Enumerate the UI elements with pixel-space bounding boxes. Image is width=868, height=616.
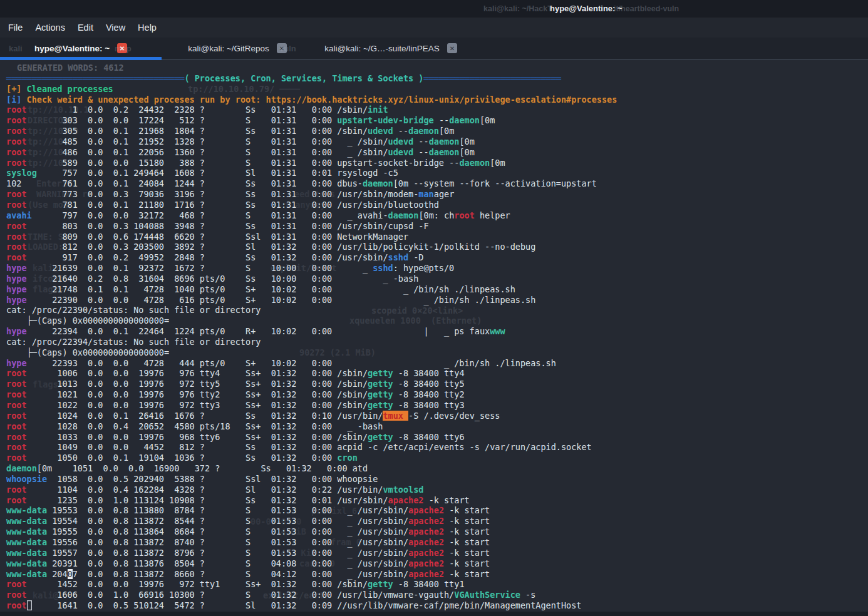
terminal-line: daemon[0m 1051 0.0 0.0 16900 372 ? Ss 01… <box>6 463 617 474</box>
bottom-strip <box>0 612 868 616</box>
terminal-line: syslog 757 0.0 0.1 249464 1608 ? Sl 01:3… <box>6 168 617 178</box>
ghost-text: tp://10. <box>28 147 68 157</box>
ghost-text: xqueuelen 1000 (Ethernet) <box>349 316 482 326</box>
terminal-line: cat: /proc/22390/status: No such file or… <box>6 305 617 316</box>
ghost-text: exploit/heart <box>271 263 337 273</box>
terminal-line: root 485 0.0 0.1 21952 1328 ? S 01:31 0:… <box>6 136 617 147</box>
terminal-line: root 1013 0.0 0.0 19976 972 tty5 Ss+ 01:… <box>6 379 617 389</box>
terminal-line: root 1 0.0 0.2 24432 2328 ? Ss 01:31 0:0… <box>6 105 617 115</box>
terminal-line: root 1033 0.0 0.0 19976 968 tty6 Ss+ 01:… <box>6 432 617 443</box>
terminal-line: root 303 0.0 0.0 17224 512 ? S 01:31 0:0… <box>6 115 617 126</box>
ghost-text: kali <box>9 44 23 53</box>
tab-label: hype@Valentine: ~ <box>34 44 110 53</box>
menu-bar: FileActionsEditViewHelp <box>0 18 868 38</box>
menu-item-view[interactable]: View <box>106 23 125 33</box>
terminal-line: root 1028 0.0 0.4 20652 4580 pts/18 Ss+ … <box>6 421 617 432</box>
ghost-text: tp://10.10.1 <box>28 105 89 115</box>
ghost-text: 2.4 MiB <box>271 526 306 536</box>
ghost-text: fram 0 <box>331 537 361 547</box>
terminal-line: root 1049 0.0 0.0 4452 812 ? Ss 01:32 0:… <box>6 442 617 453</box>
ghost-text: (Use mod <box>28 200 68 210</box>
ghost-text: tp://10. <box>28 136 68 146</box>
ghost-text: 00-00-00-0 <box>251 516 301 526</box>
ghost-text: tp://10.10.10.79/ ──── <box>188 84 300 94</box>
terminal-line: root 812 0.0 0.3 203500 3892 ? Sl 01:32 … <box>6 242 617 252</box>
ghost-text: DIRECTORY: <box>28 115 78 125</box>
ghost-text: flags= <box>33 284 63 294</box>
ghost-text: map <box>115 44 132 53</box>
menu-item-file[interactable]: File <box>8 23 23 33</box>
ghost-text: scopeid 0×20<link> <box>371 305 463 316</box>
tab-label: kali@kali: ~/G…-suite/linPEAS <box>324 44 440 53</box>
terminal-line: ═══════════════════════════════════( Pro… <box>6 73 617 84</box>
ghost-text: kali@ <box>33 263 58 273</box>
menu-item-help[interactable]: Help <box>138 23 157 33</box>
terminal-line: whoopsie 1058 0.0 0.5 202940 5388 ? Ssl … <box>6 474 617 485</box>
terminal-line: avahi 797 0.0 0.0 32172 468 ? S 01:31 0:… <box>6 210 617 221</box>
window-title: hype@Valentine: ~ <box>550 4 623 13</box>
terminal-line: www-data 19556 0.0 0.8 113872 8740 ? S 0… <box>6 537 617 548</box>
terminal-line: root 1021 0.0 0.0 19976 976 tty2 Ss+ 01:… <box>6 389 617 400</box>
tab-1[interactable]: hype@Valentine: ~✕ <box>0 38 162 59</box>
menu-item-actions[interactable]: Actions <box>35 23 65 33</box>
terminal-line: root 1235 0.0 1.0 113124 10908 ? Ss 01:3… <box>6 495 617 506</box>
terminal-line: root 486 0.0 0.1 22056 1360 ? S 01:31 0:… <box>6 147 617 158</box>
terminal-window: hype@Valentine: ~ kali@kali: ~/HackTit/h… <box>0 0 868 616</box>
terminal-line: hype 21640 0.2 0.8 31604 8696 pts/0 Ss 1… <box>6 274 617 284</box>
terminal-lines: ═══════════════════════════════════( Pro… <box>6 63 617 611</box>
ghost-text: GENERATED WORDS: 4612 <box>17 63 124 73</box>
ghost-text: it/heartbleed-vuln <box>614 4 679 13</box>
terminal-line: root 305 0.0 0.1 21968 1804 ? Ss 01:31 0… <box>6 126 617 136</box>
title-bar[interactable]: hype@Valentine: ~ kali@kali: ~/HackTit/h… <box>0 0 868 18</box>
terminal-line: www-data 19554 0.0 0.8 113872 8544 ? S 0… <box>6 516 617 526</box>
terminal-line: root 589 0.0 0.0 15180 388 ? S 01:31 0:0… <box>6 158 617 168</box>
ghost-text: carri 0 <box>299 558 335 568</box>
terminal-line: 102 761 0.0 0.1 24084 1244 ? Ss 01:31 0:… <box>6 178 617 189</box>
tab-label: kali@kali: ~/GitRepos <box>188 44 269 53</box>
terminal-line: hype 22390 0.0 0.0 4728 616 pts/0 S+ 10:… <box>6 295 617 305</box>
menu-item-edit[interactable]: Edit <box>78 23 93 33</box>
ghost-text: eed to s <box>294 189 335 199</box>
terminal-line: hype 22393 0.0 0.0 4728 444 pts/0 S+ 10:… <box>6 358 617 369</box>
terminal-line: [+] Cleaned processes <box>6 84 617 95</box>
ghost-text: exploit/eart <box>263 590 324 600</box>
terminal-line: ├─(Caps) 0x0000000000000000= <box>6 316 617 326</box>
terminal-line: root 917 0.0 0.2 49952 2848 ? Ss 01:32 0… <box>6 252 617 263</box>
ghost-text: 4.2 KiB <box>281 548 316 558</box>
terminal-line: hype 21748 0.1 0.1 4728 1040 pts/0 S+ 10… <box>6 284 617 295</box>
terminal-line: root 803 0.0 0.3 104088 3948 ? Ss 01:31 … <box>6 221 617 232</box>
ghost-text: flags= <box>33 379 63 389</box>
terminal-output[interactable]: ═══════════════════════════════════( Pro… <box>0 60 868 612</box>
ghost-text: LOADED: <box>28 242 63 252</box>
ghost-text: TIME: Sa <box>28 232 68 242</box>
ghost-text: kali@ <box>33 590 58 600</box>
terminal-line: root 1104 0.0 0.4 162284 4328 ? Sl 01:32… <box>6 485 617 495</box>
terminal-line: www-data 19555 0.0 0.8 113864 8684 ? S 0… <box>6 526 617 537</box>
ghost-text: prefixl 6 <box>311 506 357 516</box>
terminal-line: root 809 0.0 0.6 174448 6620 ? Ssl 01:31… <box>6 232 617 242</box>
ghost-text: tp://10.10 <box>28 126 78 136</box>
terminal-line: cat: /proc/22394/status: No such file or… <box>6 337 617 347</box>
terminal-line: root 1050 0.0 0.1 19104 1036 ? Ss 01:32 … <box>6 453 617 463</box>
ghost-text: WARNING: re <box>36 189 92 199</box>
terminal-line: root 1452 0.0 0.0 19976 972 tty1 Ss+ 01:… <box>6 579 617 590</box>
terminal-line: root 1641 0.0 0.5 510124 5472 ? Sl 01:32… <box>6 600 617 611</box>
ghost-text: tp://10. <box>28 158 68 168</box>
terminal-line: hype 22394 0.0 0.1 22464 1224 pts/0 R+ 1… <box>6 326 617 337</box>
terminal-line: root 1024 0.0 0.1 26416 1676 ? Ss 01:32 … <box>6 411 617 421</box>
terminal-line: root 1022 0.0 0.0 19976 972 tty3 Ss+ 01:… <box>6 400 617 411</box>
ghost-text: t anyway <box>285 200 326 210</box>
ghost-text: 90272 (2.1 MiB) <box>299 347 376 357</box>
ghost-text: kali@kali: ~/HackT <box>483 4 552 13</box>
terminal-line: www-data 20407 0.0 0.8 113872 8660 ? S 0… <box>6 569 617 580</box>
terminal-line: root 1006 0.0 0.0 19976 976 tty4 Ss+ 01:… <box>6 368 617 379</box>
ghost-text: vuln <box>279 44 296 53</box>
tab-3[interactable]: kali@kali: ~/G…-suite/linPEAS✕ <box>313 38 468 59</box>
close-icon[interactable]: ✕ <box>447 43 457 53</box>
ghost-text: ifconf <box>33 274 63 284</box>
tab-bar: hype@Valentine: ~✕kali@kali: ~/GitRepos✕… <box>0 38 868 60</box>
ghost-text: Enterin <box>36 178 72 188</box>
terminal-line: [i] Check weird & unexpected proceses ru… <box>6 95 617 105</box>
